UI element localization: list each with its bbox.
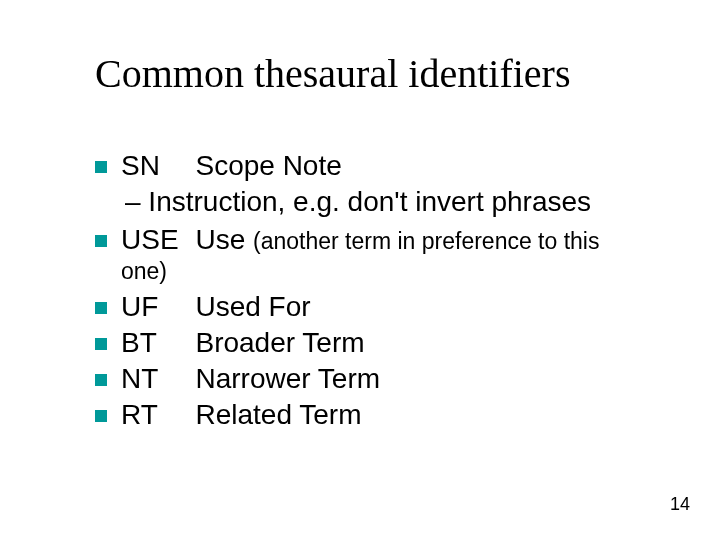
def-bt: Broader Term: [195, 327, 364, 358]
def-uf: Used For: [195, 291, 310, 322]
list-item: BT Broader Term: [95, 327, 695, 359]
list-item: USE Use (another term in preference to t…: [95, 224, 695, 256]
subnote-sn: – Instruction, e.g. don't invert phrases: [125, 186, 695, 218]
def-nt: Narrower Term: [195, 363, 380, 394]
abbr-use: USE: [121, 224, 191, 256]
abbr-nt: NT: [121, 363, 191, 395]
list-item: SN Scope Note: [95, 150, 695, 182]
def-sn: Scope Note: [195, 150, 341, 181]
slide-body: SN Scope Note – Instruction, e.g. don't …: [95, 150, 695, 435]
def-use-paren: (another term in preference to this: [253, 228, 599, 254]
page-number: 14: [670, 494, 690, 515]
slide: Common thesaural identifiers SN Scope No…: [0, 0, 720, 540]
abbr-sn: SN: [121, 150, 191, 182]
square-bullet-icon: [95, 410, 107, 422]
def-use-main: Use: [195, 224, 253, 255]
slide-title: Common thesaural identifiers: [95, 50, 570, 97]
square-bullet-icon: [95, 302, 107, 314]
square-bullet-icon: [95, 338, 107, 350]
def-use-paren-cont: one): [121, 258, 695, 285]
def-rt: Related Term: [195, 399, 361, 430]
abbr-bt: BT: [121, 327, 191, 359]
square-bullet-icon: [95, 235, 107, 247]
list-item: UF Used For: [95, 291, 695, 323]
square-bullet-icon: [95, 374, 107, 386]
square-bullet-icon: [95, 161, 107, 173]
list-item: NT Narrower Term: [95, 363, 695, 395]
abbr-rt: RT: [121, 399, 191, 431]
abbr-uf: UF: [121, 291, 191, 323]
list-item: RT Related Term: [95, 399, 695, 431]
